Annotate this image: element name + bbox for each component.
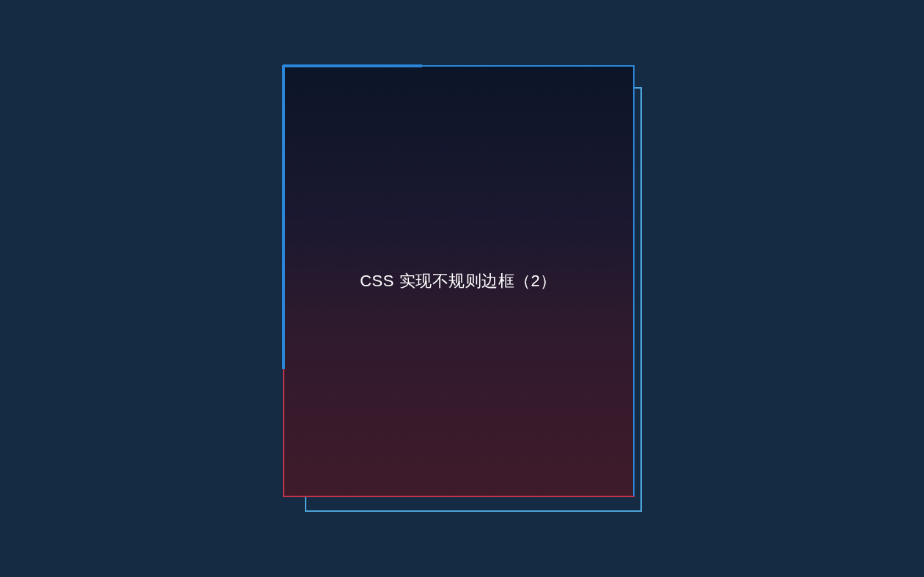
border-left-red (283, 369, 284, 497)
border-top-accent (283, 64, 422, 67)
front-card: CSS 实现不规则边框（2） (283, 65, 635, 497)
card-title: CSS 实现不规则边框（2） (360, 270, 557, 292)
border-left-blue (282, 65, 285, 369)
card-container: CSS 实现不规则边框（2） (283, 65, 642, 512)
border-bottom (283, 496, 635, 497)
border-right (633, 65, 635, 497)
